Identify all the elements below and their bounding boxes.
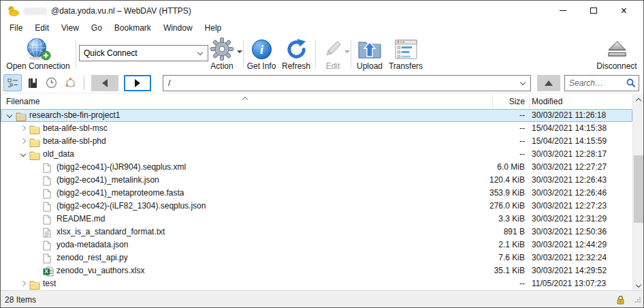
maximize-button[interactable] xyxy=(578,1,609,20)
upload-folder-icon xyxy=(357,37,382,61)
list-header: Filename Size Modified xyxy=(1,94,643,109)
file-modified: 30/03/2021 12:27:23 xyxy=(532,200,607,213)
bookmarks-toggle[interactable] xyxy=(23,74,42,91)
expander-chevron-icon[interactable] xyxy=(18,122,29,135)
file-row[interactable]: research-sbe-fin-project1 -- 30/03/2021 … xyxy=(1,109,632,122)
file-modified: 30/03/2021 12:44:29 xyxy=(532,238,607,251)
menu-go[interactable]: Go xyxy=(85,21,108,35)
file-modified: 30/03/2021 12:27:27 xyxy=(532,161,607,174)
file-type-icon xyxy=(29,135,43,148)
action-button[interactable]: Action xyxy=(202,37,242,71)
file-modified: 30/03/2021 12:50:36 xyxy=(532,226,607,238)
file-size: 276.0 KiB xyxy=(423,200,525,213)
open-connection-button[interactable]: Open Connection xyxy=(2,37,74,71)
file-row[interactable]: zenodo_rest_api.py 7.6 KiB 30/03/2021 12… xyxy=(1,251,632,264)
pencil-icon xyxy=(323,37,343,61)
navigation-bar: / xyxy=(1,72,643,93)
file-type-icon xyxy=(43,161,57,174)
expander-chevron-icon[interactable] xyxy=(18,148,29,161)
column-divider[interactable] xyxy=(529,95,530,108)
file-row[interactable]: (bigg2-eco41)-(iJR904).seqplus.xml 6.0 M… xyxy=(1,161,632,174)
file-row[interactable]: (bigg2-eco41)_metaproteome.fasta 353.9 K… xyxy=(1,187,632,200)
search-input[interactable] xyxy=(565,78,626,88)
chevron-up-icon xyxy=(636,98,641,104)
menu-help[interactable]: Help xyxy=(199,21,228,35)
file-name: (bigg2-eco41)_metaproteome.fasta xyxy=(57,188,184,198)
file-name: xlsx_is_a_standard_format.txt xyxy=(57,227,165,236)
file-row[interactable]: test -- 11/05/2021 13:07:23 xyxy=(1,277,632,290)
quick-connect-combo[interactable] xyxy=(79,45,208,61)
navbar-separator xyxy=(84,76,84,90)
edit-dropdown-caret-icon[interactable] xyxy=(344,50,350,53)
scrollbar-thumb[interactable] xyxy=(634,155,643,223)
history-clock-icon xyxy=(46,77,57,89)
file-row[interactable]: Xzenodo_vu_authors.xlsx 35.1 KiB 30/03/2… xyxy=(1,264,632,277)
refresh-label: Refresh xyxy=(282,61,310,71)
file-row[interactable]: beta-alife-sbl-phd -- 15/04/2021 14:15:5… xyxy=(1,135,632,148)
close-button[interactable]: × xyxy=(609,1,639,20)
menu-window[interactable]: Window xyxy=(157,21,199,35)
menu-file[interactable]: File xyxy=(3,21,29,35)
file-name: (bigg2-eco41)_metalink.json xyxy=(57,175,159,185)
bonjour-toggle[interactable] xyxy=(61,74,80,91)
path-combo[interactable]: / xyxy=(163,75,531,91)
title-bar[interactable]: @data.yoda.vu.nl – WebDAV (HTTPS) × xyxy=(1,1,643,20)
column-divider[interactable] xyxy=(492,95,493,108)
file-name: test xyxy=(43,279,56,288)
disconnect-button[interactable]: Disconnect xyxy=(592,37,642,71)
file-type-icon xyxy=(29,122,43,135)
file-row[interactable]: (bigg2-eco41)_metalink.json 120.4 KiB 30… xyxy=(1,174,632,187)
minimize-button[interactable] xyxy=(547,1,578,20)
column-header-filename[interactable]: Filename xyxy=(6,97,39,106)
quick-connect-input[interactable] xyxy=(80,48,198,58)
file-modified: 30/03/2021 12:26:43 xyxy=(532,174,607,187)
file-row[interactable]: beta-alife-sbl-msc -- 15/04/2021 14:15:3… xyxy=(1,122,632,135)
resize-grip[interactable] xyxy=(634,296,641,305)
up-directory-button[interactable] xyxy=(537,75,560,91)
history-toggle[interactable] xyxy=(42,74,61,91)
expander-chevron-icon xyxy=(32,238,43,251)
file-size: -- xyxy=(423,109,525,122)
chevron-down-icon xyxy=(636,281,641,287)
file-row[interactable]: old_data -- 30/03/2021 12:28:17 xyxy=(1,148,632,161)
expander-chevron-icon xyxy=(32,161,43,174)
expander-chevron-icon[interactable] xyxy=(18,135,29,148)
file-type-icon xyxy=(29,277,43,290)
refresh-button[interactable]: Refresh xyxy=(278,37,314,71)
outline-view-toggle[interactable] xyxy=(3,74,22,91)
upload-button[interactable]: Upload xyxy=(353,37,386,71)
menu-edit[interactable]: Edit xyxy=(29,21,55,35)
svg-text:X: X xyxy=(44,268,48,275)
transfers-button[interactable]: Transfers xyxy=(386,37,425,71)
menu-bookmark[interactable]: Bookmark xyxy=(108,21,157,35)
status-bar: 28 Items xyxy=(1,290,643,307)
column-header-size[interactable]: Size xyxy=(423,97,525,106)
toolbar-separator xyxy=(351,40,351,68)
file-modified: 30/03/2021 12:28:17 xyxy=(532,148,607,161)
column-header-modified[interactable]: Modified xyxy=(532,97,562,106)
file-row[interactable]: yoda-metadata.json 2.1 KiB 30/03/2021 12… xyxy=(1,238,632,251)
expander-chevron-icon xyxy=(32,251,43,264)
scroll-down-button[interactable] xyxy=(633,279,644,291)
forward-button[interactable] xyxy=(124,75,151,91)
bonjour-icon xyxy=(65,77,76,89)
file-size: 120.4 KiB xyxy=(423,174,525,187)
scroll-up-button[interactable] xyxy=(633,94,644,106)
get-info-button[interactable]: i Get Info xyxy=(246,37,277,71)
expander-chevron-icon[interactable] xyxy=(18,277,29,290)
expander-chevron-icon[interactable] xyxy=(5,109,16,122)
file-row[interactable]: (bigg2-eco42)-(iLF82_1304).seqplus.json … xyxy=(1,200,632,213)
edit-button[interactable]: Edit xyxy=(318,37,348,71)
vertical-scrollbar[interactable] xyxy=(632,94,643,291)
search-icon xyxy=(626,78,639,88)
expander-chevron-icon xyxy=(32,213,43,226)
search-field[interactable] xyxy=(564,75,639,91)
file-row[interactable]: README.md 3.3 KiB 30/03/2021 12:31:29 xyxy=(1,213,632,226)
file-row[interactable]: xlsx_is_a_standard_format.txt 891 B 30/0… xyxy=(1,226,632,238)
file-modified: 15/04/2021 14:15:59 xyxy=(532,135,607,148)
back-button[interactable] xyxy=(91,75,118,91)
file-modified: 30/03/2021 12:31:29 xyxy=(532,213,607,226)
file-size: 7.6 KiB xyxy=(423,251,525,264)
action-dropdown-caret-icon[interactable] xyxy=(237,50,242,53)
menu-view[interactable]: View xyxy=(55,21,85,35)
